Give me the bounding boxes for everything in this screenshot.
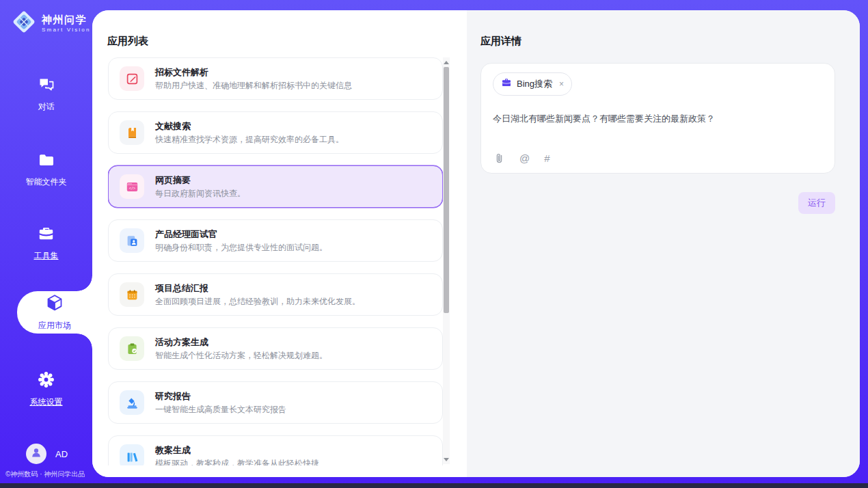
app-card-3[interactable]: </>网页摘要每日政府新闻资讯快查。 (108, 165, 443, 208)
toolbox-icon (38, 225, 55, 245)
app-card-title: 项目总结汇报 (155, 283, 360, 293)
tool-tag-bing-search[interactable]: Bing搜索 × (493, 72, 572, 96)
prompt-text[interactable]: 今日湖北有哪些新闻要点？有哪些需要关注的最新政策？ (493, 113, 823, 125)
hash-icon[interactable]: # (544, 153, 550, 164)
sidebar-item-label: 对话 (38, 101, 55, 113)
user-icon (30, 446, 42, 461)
app-card-description: 明确身份和职责，为您提供专业性的面试问题。 (155, 243, 327, 252)
close-icon[interactable]: × (559, 79, 564, 89)
sidebar-item-toolset[interactable]: 工具集 (0, 224, 92, 262)
sidebar-item-label: 系统设置 (30, 396, 63, 408)
books-icon (120, 444, 144, 465)
window-bottom-edge (0, 483, 868, 488)
app-card-title: 招标文件解析 (155, 67, 352, 77)
app-card-8[interactable]: 教案生成模板驱动，教案秒成，教学准备从此轻松快捷 (108, 435, 443, 465)
app-card-description: 一键智能生成高质量长文本研究报告 (155, 405, 286, 414)
brand-subtitle: Smart Vision (42, 27, 91, 33)
sidebar-item-system-settings[interactable]: 系统设置 (0, 370, 92, 408)
scrollbar[interactable] (443, 57, 450, 464)
sidebar-item-chat[interactable]: 对话 (0, 75, 92, 113)
tool-tag-label: Bing搜索 (517, 78, 552, 90)
svg-text:</>: </> (128, 186, 135, 190)
app-card-2[interactable]: 文献搜索快速精准查找学术资源，提高研究效率的必备工具。 (108, 111, 443, 154)
app-card-description: 全面回顾项目进展，总结经验教训，助力未来优化发展。 (155, 297, 360, 306)
app-card-6[interactable]: 活动方案生成智能生成个性化活动方案，轻松解决规划难题。 (108, 327, 443, 370)
sidebar-item-label: 应用市场 (38, 320, 71, 331)
app-card-title: 教案生成 (155, 445, 319, 455)
sidebar-item-smart-folders[interactable]: 智能文件夹 (0, 150, 92, 189)
microscope-icon (120, 390, 144, 415)
sidebar: 神州问学 Smart Vision 对话智能文件夹工具集应用市场系统设置 AD … (0, 0, 92, 483)
app-list: 招标文件解析帮助用户快速、准确地理解和解析招标书中的关键信息文献搜索快速精准查找… (108, 57, 443, 465)
app-card-title: 活动方案生成 (155, 337, 327, 347)
app-card-title: 文献搜索 (155, 121, 344, 131)
book-icon (120, 120, 144, 145)
run-row: 运行 (480, 192, 835, 214)
app-card-1[interactable]: 招标文件解析帮助用户快速、准确地理解和解析招标书中的关键信息 (108, 57, 443, 100)
app-card-description: 快速精准查找学术资源，提高研究效率的必备工具。 (155, 135, 344, 144)
sidebar-item-app-market[interactable]: 应用市场 (17, 291, 92, 334)
paperclip-icon[interactable] (493, 152, 505, 164)
brand: 神州问学 Smart Vision (11, 9, 91, 38)
diamond-logo-icon (11, 9, 37, 38)
attach-toolbar: @ # (493, 152, 550, 164)
app-card-description: 模板驱动，教案秒成，教学准备从此轻松快捷 (155, 459, 319, 465)
app-list-title: 应用列表 (107, 35, 148, 48)
scrollbar-down-arrow-icon[interactable] (443, 456, 450, 463)
app-card-description: 帮助用户快速、准确地理解和解析招标书中的关键信息 (155, 81, 352, 90)
user-row[interactable]: AD (26, 444, 68, 464)
app-detail-title: 应用详情 (480, 35, 835, 48)
avatar[interactable] (26, 444, 46, 464)
clipboard-check-icon (120, 336, 144, 361)
app-card-description: 智能生成个性化活动方案，轻松解决规划难题。 (155, 351, 327, 360)
scrollbar-up-arrow-icon[interactable] (443, 59, 450, 66)
app-card-7[interactable]: 研究报告一键智能生成高质量长文本研究报告 (108, 381, 443, 424)
at-icon[interactable]: @ (519, 153, 530, 164)
calendar-report-icon (120, 282, 144, 307)
cube-icon (45, 293, 64, 315)
browser-code-icon: </> (120, 174, 144, 199)
scrollbar-thumb[interactable] (444, 67, 449, 313)
main-content: 应用列表 招标文件解析帮助用户快速、准确地理解和解析招标书中的关键信息文献搜索快… (92, 10, 860, 477)
app-card-4[interactable]: 产品经理面试官明确身份和职责，为您提供专业性的面试问题。 (108, 219, 443, 262)
app-card-5[interactable]: 项目总结汇报全面回顾项目进展，总结经验教训，助力未来优化发展。 (108, 273, 443, 316)
gear-icon (37, 370, 55, 392)
app-card-description: 每日政府新闻资讯快查。 (155, 189, 245, 198)
app-detail-panel: 应用详情 Bing搜索 × 今日湖北有哪些新闻要点？有哪些需要关注的最新政策？ … (467, 10, 860, 477)
sidebar-item-label: 工具集 (34, 250, 59, 262)
app-card-title: 产品经理面试官 (155, 229, 327, 239)
run-button[interactable]: 运行 (798, 192, 835, 214)
briefcase-icon (501, 77, 512, 91)
interview-icon (120, 228, 144, 253)
sidebar-item-label: 智能文件夹 (26, 176, 67, 188)
folder-icon (38, 151, 55, 172)
app-card-title: 研究报告 (155, 391, 286, 401)
edit-document-icon (120, 66, 144, 91)
app-list-panel: 应用列表 招标文件解析帮助用户快速、准确地理解和解析招标书中的关键信息文献搜索快… (92, 10, 467, 477)
user-name: AD (55, 449, 68, 459)
prompt-card: Bing搜索 × 今日湖北有哪些新闻要点？有哪些需要关注的最新政策？ @ # (480, 63, 835, 174)
brand-name: 神州问学 (42, 14, 91, 25)
copyright: ©神州数码 · 神州问学出品 (5, 470, 85, 479)
app-card-title: 网页摘要 (155, 175, 245, 185)
chat-icon (38, 76, 55, 96)
